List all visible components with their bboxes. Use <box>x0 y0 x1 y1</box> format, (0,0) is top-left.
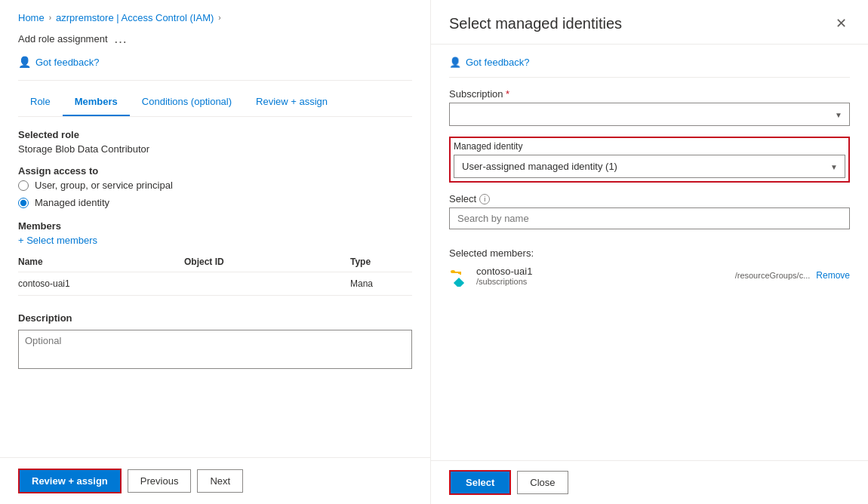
tab-role[interactable]: Role <box>18 90 63 116</box>
left-footer: Review + assign Previous Next <box>0 457 430 504</box>
modal-title: Select managed identities <box>449 15 622 32</box>
radio-managed-label: Managed identity <box>35 197 109 208</box>
tab-members[interactable]: Members <box>63 90 130 116</box>
member-icon-svg <box>449 264 470 287</box>
modal-footer: Select Close <box>431 460 868 504</box>
modal-select-button[interactable]: Select <box>449 470 511 495</box>
selected-members-section: Selected members: <box>449 238 850 286</box>
member-row: contoso-uai1 /subscriptions /resourceGro… <box>449 265 850 286</box>
radio-user-label: User, group, or service principal <box>35 180 173 191</box>
feedback-text: Got feedback? <box>35 57 100 68</box>
svg-rect-3 <box>458 272 460 274</box>
modal-close-button[interactable]: ✕ <box>833 12 850 35</box>
member-objid-cell <box>184 272 350 296</box>
subscription-label: Subscription * <box>449 88 850 100</box>
radio-managed[interactable]: Managed identity <box>18 197 412 208</box>
top-divider <box>18 80 412 81</box>
table-row: contoso-uai1 Mana <box>18 272 412 296</box>
col-header-type: Type <box>350 252 412 272</box>
members-section: Members + Select members Name Object ID … <box>18 220 412 296</box>
modal-feedback-icon: 👤 <box>449 57 461 68</box>
select-field-label: Select i <box>449 193 850 204</box>
remove-member-link[interactable]: Remove <box>816 270 850 281</box>
page-title-row: Add role assignment … <box>18 31 412 47</box>
search-by-name-input[interactable] <box>449 207 850 229</box>
managed-identity-dropdown-wrapper: User-assigned managed identity (1)System… <box>454 155 845 178</box>
left-panel: Home › azrpremstore | Access Control (IA… <box>0 0 430 504</box>
member-resource: /resourceGroups/c... <box>735 271 811 280</box>
subscription-required: * <box>506 88 509 100</box>
page-title-ellipsis[interactable]: … <box>114 31 128 47</box>
subscription-dropdown-wrapper: ▼ <box>449 103 850 126</box>
feedback-icon: 👤 <box>18 56 31 68</box>
description-label: Description <box>18 312 412 324</box>
modal-close-footer-button[interactable]: Close <box>517 471 568 494</box>
modal-divider <box>449 77 850 78</box>
modal-header: Select managed identities ✕ <box>431 0 868 45</box>
breadcrumb-sep1: › <box>49 14 51 22</box>
tab-review[interactable]: Review + assign <box>244 90 340 116</box>
modal-panel: Select managed identities ✕ 👤 Got feedba… <box>430 0 868 504</box>
radio-managed-input[interactable] <box>18 198 29 208</box>
managed-identity-label: Managed identity <box>454 141 845 152</box>
radio-user-input[interactable] <box>18 180 29 191</box>
radio-user[interactable]: User, group, or service principal <box>18 180 412 191</box>
description-section: Description <box>18 312 412 371</box>
managed-identity-field: Managed identity User-assigned managed i… <box>449 137 850 183</box>
select-label-text: Select <box>449 193 476 204</box>
tabs: Role Members Conditions (optional) Revie… <box>18 90 412 117</box>
svg-rect-4 <box>454 278 464 287</box>
members-table: Name Object ID Type contoso-uai1 Mana <box>18 252 412 296</box>
description-textarea[interactable] <box>18 330 412 369</box>
member-type-cell: Mana <box>350 272 412 296</box>
selected-role-label: Selected role <box>18 129 412 140</box>
review-assign-button[interactable]: Review + assign <box>18 469 122 493</box>
col-header-name: Name <box>18 252 184 272</box>
previous-button[interactable]: Previous <box>128 469 192 493</box>
assign-access-label: Assign access to <box>18 165 412 177</box>
modal-feedback-text: Got feedback? <box>466 57 530 68</box>
next-button[interactable]: Next <box>197 469 243 493</box>
member-info: contoso-uai1 /subscriptions <box>449 265 729 286</box>
breadcrumb: Home › azrpremstore | Access Control (IA… <box>18 12 412 23</box>
breadcrumb-store[interactable]: azrpremstore | Access Control (IAM) <box>56 12 214 23</box>
modal-body: 👤 Got feedback? Subscription * ▼ Managed… <box>431 45 868 460</box>
svg-rect-2 <box>460 272 461 275</box>
add-members-link[interactable]: + Select members <box>18 235 97 246</box>
members-label: Members <box>18 220 412 232</box>
breadcrumb-sep2: › <box>218 14 220 22</box>
managed-identity-select[interactable]: User-assigned managed identity (1)System… <box>454 155 845 178</box>
radio-group: User, group, or service principal Manage… <box>18 180 412 208</box>
selected-role-value: Storage Blob Data Contributor <box>18 143 412 155</box>
feedback-bar[interactable]: 👤 Got feedback? <box>18 56 412 68</box>
page-title: Add role assignment <box>18 33 108 45</box>
member-name-cell: contoso-uai1 <box>18 272 184 296</box>
selected-members-label: Selected members: <box>449 247 850 259</box>
modal-feedback[interactable]: 👤 Got feedback? <box>449 57 850 68</box>
member-path: /subscriptions <box>476 277 532 286</box>
member-details: contoso-uai1 /subscriptions <box>476 266 532 286</box>
member-icon <box>449 265 470 286</box>
col-header-objid: Object ID <box>184 252 350 272</box>
member-name: contoso-uai1 <box>476 266 532 277</box>
select-info-icon[interactable]: i <box>479 194 490 204</box>
breadcrumb-home[interactable]: Home <box>18 12 45 23</box>
subscription-select[interactable] <box>449 103 850 126</box>
tab-conditions[interactable]: Conditions (optional) <box>130 90 244 116</box>
